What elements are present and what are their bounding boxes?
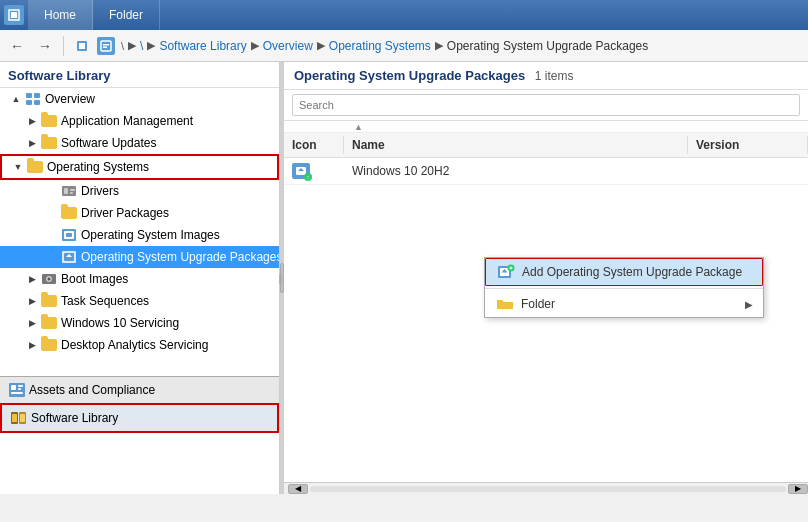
os-images-icon bbox=[60, 227, 78, 243]
drivers-icon bbox=[60, 183, 78, 199]
svg-rect-5 bbox=[103, 44, 109, 46]
tree-item-app-mgmt[interactable]: ▶ Application Management bbox=[0, 110, 279, 132]
svg-rect-14 bbox=[70, 192, 73, 194]
svg-rect-9 bbox=[26, 100, 32, 105]
overview-icon bbox=[24, 91, 42, 107]
row-name-cell: Windows 10 20H2 bbox=[344, 162, 688, 180]
sort-arrow: ▲ bbox=[354, 122, 363, 132]
context-menu-folder[interactable]: Folder ▶ bbox=[485, 291, 763, 317]
svg-rect-1 bbox=[11, 12, 17, 18]
breadcrumb-arrow-3: ▶ bbox=[317, 39, 325, 52]
title-tabs: Home Folder bbox=[28, 0, 160, 30]
breadcrumb-arrow-0: ▶ bbox=[128, 39, 136, 52]
column-version[interactable]: Version bbox=[688, 136, 808, 154]
tree-label-task-seq: Task Sequences bbox=[61, 294, 149, 308]
tree-item-os[interactable]: ▼ Operating Systems bbox=[0, 154, 279, 180]
expand-app-mgmt: ▶ bbox=[24, 116, 40, 126]
folder-icon-sw-updates bbox=[40, 135, 58, 151]
table-row[interactable]: Windows 10 20H2 bbox=[284, 158, 808, 185]
sort-indicator-bar: ▲ bbox=[284, 121, 808, 133]
sidebar-title: Software Library bbox=[0, 62, 279, 88]
tree-item-task-seq[interactable]: ▶ Task Sequences bbox=[0, 290, 279, 312]
svg-point-23 bbox=[48, 278, 51, 281]
tree-item-drivers[interactable]: Drivers bbox=[0, 180, 279, 202]
back-button[interactable]: ← bbox=[4, 34, 30, 58]
assets-icon bbox=[8, 382, 26, 398]
svg-rect-7 bbox=[26, 93, 32, 98]
tree-item-os-images[interactable]: Operating System Images bbox=[0, 224, 279, 246]
content-count: 1 items bbox=[535, 69, 574, 83]
expand-boot-images: ▶ bbox=[24, 274, 40, 284]
tab-home[interactable]: Home bbox=[28, 0, 93, 30]
tree-label-os-images: Operating System Images bbox=[81, 228, 220, 242]
tree-item-driver-pkgs[interactable]: Driver Packages bbox=[0, 202, 279, 224]
tree-label-driver-pkgs: Driver Packages bbox=[81, 206, 169, 220]
svg-rect-6 bbox=[103, 46, 107, 48]
folder-icon-app-mgmt bbox=[40, 113, 58, 129]
content-title: Operating System Upgrade Packages bbox=[294, 68, 525, 83]
breadcrumb-arrow-4: ▶ bbox=[435, 39, 443, 52]
content-panel: Operating System Upgrade Packages 1 item… bbox=[284, 62, 808, 494]
breadcrumb-upgrade-packages: Operating System Upgrade Packages bbox=[447, 39, 648, 53]
app-icon bbox=[4, 5, 24, 25]
svg-rect-28 bbox=[11, 392, 23, 394]
column-icon[interactable]: Icon bbox=[284, 136, 344, 154]
tree-item-desktop-analytics[interactable]: ▶ Desktop Analytics Servicing bbox=[0, 334, 279, 356]
svg-rect-25 bbox=[11, 385, 16, 390]
task-seq-icon bbox=[40, 293, 58, 309]
row-version-cell bbox=[688, 169, 808, 173]
breadcrumb-software-library[interactable]: \ bbox=[140, 39, 143, 53]
svg-rect-27 bbox=[18, 388, 21, 390]
svg-rect-13 bbox=[70, 189, 75, 191]
search-input[interactable] bbox=[292, 94, 800, 116]
tree-label-os: Operating Systems bbox=[47, 160, 149, 174]
expand-desktop-analytics: ▶ bbox=[24, 340, 40, 350]
tree-item-sw-updates[interactable]: ▶ Software Updates bbox=[0, 132, 279, 154]
breadcrumb-operating-systems[interactable]: Operating Systems bbox=[329, 39, 431, 53]
breadcrumb-arrow-1: ▶ bbox=[147, 39, 155, 52]
svg-rect-10 bbox=[34, 100, 40, 105]
svg-rect-24 bbox=[9, 383, 25, 397]
breadcrumb-arrow-2: ▶ bbox=[251, 39, 259, 52]
tree-label-overview: Overview bbox=[45, 92, 95, 106]
folder-icon-driver-pkgs bbox=[60, 205, 78, 221]
context-menu-add-pkg[interactable]: Add Operating System Upgrade Package bbox=[485, 258, 763, 286]
folder-context-icon bbox=[495, 296, 515, 312]
title-bar: Home Folder bbox=[0, 0, 808, 30]
tree-item-win10[interactable]: ▶ Windows 10 Servicing bbox=[0, 312, 279, 334]
tree-item-boot-images[interactable]: ▶ Boot Images bbox=[0, 268, 279, 290]
os-upgrade-list-icon bbox=[292, 163, 310, 179]
tab-folder[interactable]: Folder bbox=[93, 0, 160, 30]
up-button[interactable] bbox=[69, 34, 95, 58]
svg-rect-3 bbox=[79, 43, 85, 49]
tree-item-overview[interactable]: ▲ Overview bbox=[0, 88, 279, 110]
column-name[interactable]: Name bbox=[344, 136, 688, 154]
bottom-section: Assets and Compliance Software Library bbox=[0, 376, 279, 433]
forward-button[interactable]: → bbox=[32, 34, 58, 58]
boot-images-icon bbox=[40, 271, 58, 287]
tree-label-desktop-analytics: Desktop Analytics Servicing bbox=[61, 338, 208, 352]
tree-label-drivers: Drivers bbox=[81, 184, 119, 198]
tree-item-sw-library[interactable]: Software Library bbox=[0, 403, 279, 433]
tree-label-sw-updates: Software Updates bbox=[61, 136, 156, 150]
breadcrumb-overview[interactable]: Software Library bbox=[159, 39, 246, 53]
context-menu-folder-label: Folder bbox=[521, 297, 555, 311]
svg-rect-31 bbox=[12, 414, 17, 422]
svg-rect-41 bbox=[511, 267, 512, 270]
svg-rect-12 bbox=[64, 188, 68, 194]
breadcrumb-os[interactable]: Overview bbox=[263, 39, 313, 53]
horizontal-scrollbar[interactable]: ◀ ▶ bbox=[284, 482, 808, 494]
breadcrumb: \ ▶ \ ▶ Software Library ▶ Overview ▶ Op… bbox=[117, 32, 804, 60]
svg-rect-26 bbox=[18, 385, 23, 387]
context-menu: Add Operating System Upgrade Package Fol… bbox=[484, 257, 764, 318]
tree-item-os-upgrade-pkgs[interactable]: Operating System Upgrade Packages bbox=[0, 246, 279, 268]
tree-item-assets[interactable]: Assets and Compliance bbox=[0, 377, 279, 403]
breadcrumb-sep-0: \ bbox=[121, 40, 124, 52]
expand-task-seq: ▶ bbox=[24, 296, 40, 306]
desktop-analytics-icon bbox=[40, 337, 58, 353]
expand-os: ▼ bbox=[10, 162, 26, 172]
list-header: Icon Name Version bbox=[284, 133, 808, 158]
toolbar: ← → \ ▶ \ ▶ Software Library ▶ Overview … bbox=[0, 30, 808, 62]
tree-label-boot-images: Boot Images bbox=[61, 272, 128, 286]
tree-label-app-mgmt: Application Management bbox=[61, 114, 193, 128]
